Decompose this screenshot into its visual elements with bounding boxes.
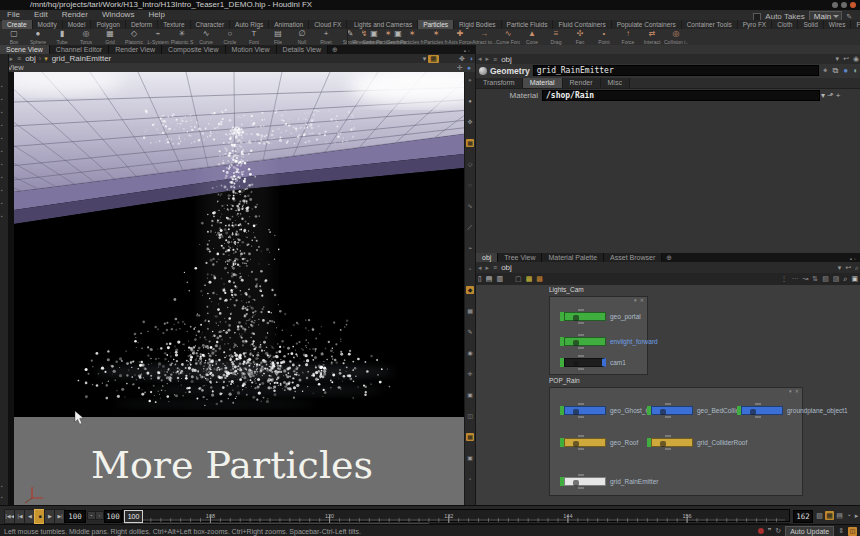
viewport-tool-icon[interactable]: ✎ — [466, 328, 474, 336]
node-input-stub[interactable] — [578, 474, 584, 476]
shelf-tab-container-tools[interactable]: Container Tools — [682, 20, 738, 29]
shelf-tab-modify[interactable]: Modify — [33, 20, 63, 29]
param-pin-icon[interactable]: ◉ — [851, 55, 860, 63]
menu-file[interactable]: File — [0, 10, 27, 20]
node-geo-roof[interactable]: geo_Roof — [560, 438, 606, 447]
viewport-tool-icon[interactable]: ◉ — [466, 349, 474, 357]
net-tab-asset-browser[interactable]: Asset Browser — [604, 253, 662, 262]
shelf-tab-polygon[interactable]: Polygon — [91, 20, 126, 29]
tool-torus[interactable]: ◎Torus — [74, 29, 98, 45]
view-globe-icon[interactable]: ● — [465, 64, 475, 71]
tool-platonic[interactable]: ◇Platonic — [122, 29, 146, 45]
left-tool-icon[interactable]: ▪ — [1, 110, 6, 115]
node-display-icon[interactable]: ▯ — [476, 275, 484, 283]
playbar-menu-icon[interactable]: ▸ — [852, 511, 860, 520]
net-tab-new-tab-icon[interactable]: ⊕ — [662, 254, 676, 262]
node-geo-ghost-collider[interactable]: geo_Ghost_Collider — [560, 406, 606, 415]
shelf-tab-wires[interactable]: Wires — [824, 20, 852, 29]
node-input-stub[interactable] — [578, 334, 584, 336]
tool-interact[interactable]: ⇄Interact — [640, 29, 664, 45]
left-tool-icon[interactable]: ▪ — [1, 162, 6, 167]
shelf-tab-solid[interactable]: Solid — [798, 20, 823, 29]
net-list-icon[interactable]: ≡ — [491, 264, 499, 271]
frame-clamp-icon[interactable]: ▫ — [95, 511, 104, 520]
close-button[interactable] — [850, 2, 856, 8]
left-tool-icon[interactable]: ▪ — [1, 84, 6, 89]
range-end-field[interactable]: 162 — [793, 510, 813, 523]
node-input-stub[interactable] — [578, 309, 584, 311]
shelf-tab-cloth[interactable]: Cloth — [772, 20, 798, 29]
timeline[interactable]: 108120132144156 100 — [122, 509, 790, 522]
globe-icon[interactable]: ◑ — [467, 55, 475, 62]
viewport-tool-icon[interactable]: ● — [466, 97, 474, 105]
tool-l-system[interactable]: ⌁L-System — [146, 29, 170, 45]
param-tab-transform[interactable]: Transform — [476, 78, 523, 88]
pane-tab-render-view[interactable]: Render View — [109, 45, 162, 54]
param-tab-render[interactable]: Render — [563, 78, 601, 88]
node-output-stub[interactable] — [665, 448, 671, 450]
param-undo-icon[interactable]: ↩ — [841, 55, 851, 63]
node-body[interactable] — [564, 358, 606, 367]
left-tool-icon[interactable]: ▪ — [1, 201, 6, 206]
net-frame-icon[interactable]: ▣ — [849, 275, 860, 283]
viewport-tool-icon[interactable]: ／ — [466, 223, 474, 231]
pane-tab-new-tab-icon[interactable]: ⊕ — [328, 46, 342, 54]
tool-font[interactable]: TFont — [242, 29, 266, 45]
tool-platonic-s[interactable]: ✳Platonic S — [170, 29, 194, 45]
tool-circle[interactable]: ○Circle — [218, 29, 242, 45]
help-icon[interactable]: ● — [842, 66, 849, 75]
tool-curve-force[interactable]: ∿Curve Force — [496, 29, 520, 45]
network-box-title[interactable]: Lights_Cam — [549, 286, 584, 293]
shelf-tab-rigid-bodies[interactable]: Rigid Bodies — [454, 20, 502, 29]
net-forward-icon[interactable]: ▸ — [484, 264, 492, 272]
left-tool-icon[interactable]: ▪ — [1, 175, 6, 180]
interrupt-icon[interactable]: ◫ — [848, 527, 857, 536]
path-root[interactable]: obj — [23, 54, 38, 63]
color-palette-icon[interactable]: ▩ — [524, 275, 535, 283]
left-tool-icon[interactable]: ▪ — [1, 136, 6, 141]
node-input-stub[interactable] — [755, 403, 761, 405]
realtime-toggle-icon[interactable]: ▦ — [825, 511, 834, 520]
node-output-stub[interactable] — [578, 416, 584, 418]
shelf-tab-model[interactable]: Model — [63, 20, 92, 29]
viewport-tool-icon[interactable]: ✛ — [466, 370, 474, 378]
param-tab-material[interactable]: Material — [523, 78, 563, 88]
tool-sphere[interactable]: ●Sphere — [26, 29, 50, 45]
node-select-icon[interactable]: ⌖ — [822, 66, 829, 76]
path-node[interactable]: grid_RainEmitter — [50, 54, 114, 63]
minimize-button[interactable] — [832, 2, 838, 8]
wire-style-icon[interactable]: ↝ — [800, 275, 810, 283]
menu-edit[interactable]: Edit — [27, 10, 55, 20]
pane-tab-motion-view[interactable]: Motion View — [226, 45, 277, 54]
viewport-tool-icon[interactable]: ◆ — [466, 286, 474, 294]
menu-windows[interactable]: Windows — [95, 10, 141, 20]
left-tool-icon[interactable]: ▪ — [1, 484, 6, 489]
tool-curve[interactable]: ∿Curve — [194, 29, 218, 45]
menu-render[interactable]: Render — [55, 10, 95, 20]
node-body[interactable] — [564, 438, 606, 447]
param-forward-icon[interactable]: ▸ — [484, 55, 492, 63]
shelf-tab-character[interactable]: Character — [191, 20, 231, 29]
pane-tab-composite-view[interactable]: Composite View — [162, 45, 225, 54]
axis-icon[interactable]: ✛ — [455, 64, 465, 72]
tool-grid[interactable]: ▦Grid — [98, 29, 122, 45]
node-input-stub[interactable] — [578, 435, 584, 437]
performance-icon[interactable]: ▧ — [815, 511, 824, 520]
node-grid-colliderroof[interactable]: grid_ColliderRoof — [647, 438, 693, 447]
shelf-tab-pyro-fx[interactable]: Pyro FX — [738, 20, 772, 29]
shelf-tab-fluid-containers[interactable]: Fluid Containers — [553, 20, 611, 29]
tool-box[interactable]: ▢Box — [2, 29, 26, 45]
update-mode-arrows-icon[interactable]: ⇕ — [838, 527, 844, 535]
node-grid-rainemitter[interactable]: grid_RainEmitter — [560, 477, 606, 486]
node-envlight-forward[interactable]: envlight_forward — [560, 337, 606, 346]
network-canvas[interactable]: Lights_Cam▾ ✕geo_portalenvlight_forwardc… — [476, 285, 860, 505]
tool-force[interactable]: ↑Force — [616, 29, 640, 45]
range-start-field[interactable]: 100 — [104, 510, 122, 523]
select-mode-icon[interactable]: ▦ — [428, 55, 439, 63]
viewport-tool-icon[interactable]: ▣ — [466, 391, 474, 399]
node-cam1[interactable]: cam1 — [560, 358, 606, 367]
node-output-stub[interactable] — [755, 416, 761, 418]
current-frame-field[interactable]: 100 — [64, 510, 86, 523]
viewport-tool-icon[interactable]: ▣ — [466, 454, 474, 462]
net-tab-material-palette[interactable]: Material Palette — [542, 253, 604, 262]
